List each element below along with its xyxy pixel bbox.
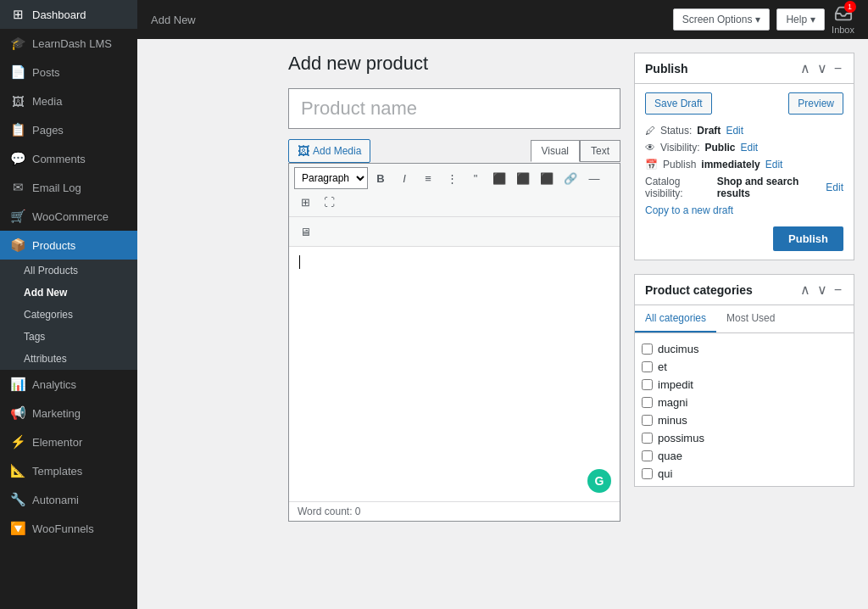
submenu-add-new[interactable]: Add New: [0, 282, 137, 304]
sidebar-item-posts[interactable]: 📄 Posts: [0, 58, 137, 87]
sidebar-item-label: WooCommerce: [32, 210, 108, 223]
sidebar-item-dashboard[interactable]: ⊞ Dashboard: [0, 0, 137, 29]
sidebar-item-products[interactable]: 📦 Products: [0, 231, 137, 260]
view-tabs: Visual Text: [531, 140, 620, 162]
publish-panel-collapse-button[interactable]: −: [832, 60, 843, 76]
status-edit-link[interactable]: Edit: [726, 125, 743, 137]
category-checkbox-qui[interactable]: [642, 468, 653, 479]
align-center-button[interactable]: ⬛: [512, 167, 534, 189]
ordered-list-button[interactable]: ⋮: [441, 167, 463, 189]
inbox-label: Inbox: [832, 25, 854, 35]
sidebar-item-comments[interactable]: 💬 Comments: [0, 144, 137, 173]
publish-time-edit-link[interactable]: Edit: [765, 159, 783, 170]
publish-panel-up-button[interactable]: ∧: [798, 60, 812, 76]
right-panel: Publish ∧ ∨ − Save Draft Preview 🖊 Statu…: [634, 53, 854, 500]
inbox-button[interactable]: 1 Inbox: [832, 4, 854, 35]
link-button[interactable]: 🔗: [559, 167, 581, 189]
submenu-label: Tags: [24, 331, 45, 343]
media-icon: 🖼: [10, 93, 25, 109]
preview-button[interactable]: Preview: [788, 92, 843, 115]
submenu-tags[interactable]: Tags: [0, 326, 137, 348]
visibility-info: 👁 Visibility: Public Edit: [645, 142, 843, 154]
visibility-edit-link[interactable]: Edit: [740, 142, 758, 154]
publish-clearfix: Publish: [645, 226, 843, 251]
category-checkbox-ducimus[interactable]: [642, 344, 653, 355]
sidebar-item-learndash[interactable]: 🎓 LearnDash LMS: [0, 29, 137, 58]
save-draft-button[interactable]: Save Draft: [645, 92, 712, 115]
categories-list: ducimus et impedit magni minus: [635, 333, 854, 486]
topbar: Add New Screen Options ▾ Help ▾ 1 Inbox: [137, 0, 868, 39]
learndash-icon: 🎓: [10, 36, 25, 51]
publish-panel-body: Save Draft Preview 🖊 Status: Draft Edit …: [635, 84, 854, 260]
sidebar-item-autonami[interactable]: 🔧 Autonami: [0, 485, 137, 514]
list-item: magni: [642, 394, 847, 411]
sidebar-item-woofunnels[interactable]: 🔽 WooFunnels: [0, 514, 137, 543]
analytics-icon: 📊: [10, 377, 25, 392]
sidebar-item-label: Analytics: [32, 378, 76, 391]
tab-most-used[interactable]: Most Used: [716, 305, 785, 332]
category-checkbox-et[interactable]: [642, 361, 653, 372]
tab-text[interactable]: Text: [580, 140, 620, 162]
align-left-button[interactable]: ⬛: [488, 167, 510, 189]
word-count-bar: Word count: 0: [289, 501, 620, 521]
editor-body[interactable]: G: [289, 247, 620, 501]
category-checkbox-minus[interactable]: [642, 415, 653, 426]
add-media-icon: 🖼: [298, 144, 309, 158]
list-item: ducimus: [642, 340, 847, 358]
sidebar-item-media[interactable]: 🖼 Media: [0, 87, 137, 115]
sidebar-item-label: Media: [32, 95, 62, 108]
sidebar-item-analytics[interactable]: 📊 Analytics: [0, 370, 137, 399]
topbar-title: Add New: [151, 14, 196, 26]
help-chevron-icon: ▾: [810, 14, 815, 25]
sidebar-item-marketing[interactable]: 📢 Marketing: [0, 399, 137, 427]
submenu-all-products[interactable]: All Products: [0, 260, 137, 282]
grammarly-button[interactable]: G: [587, 469, 611, 493]
woocommerce-icon: 🛒: [10, 209, 25, 224]
list-item: impedit: [642, 376, 847, 394]
categories-panel-up-button[interactable]: ∧: [798, 282, 812, 298]
tab-all-categories[interactable]: All categories: [635, 305, 716, 332]
bold-button[interactable]: B: [370, 167, 392, 189]
sidebar-item-woocommerce[interactable]: 🛒 WooCommerce: [0, 202, 137, 231]
category-checkbox-possimus[interactable]: [642, 433, 653, 444]
sidebar-item-elementor[interactable]: ⚡ Elementor: [0, 427, 137, 456]
copy-draft-link[interactable]: Copy to a new draft: [645, 204, 843, 216]
category-checkbox-magni[interactable]: [642, 397, 653, 408]
catalog-visibility-info: Catalog visibility: Shop and search resu…: [645, 176, 843, 199]
monitor-button[interactable]: 🖥: [294, 221, 316, 243]
fullscreen-button[interactable]: ⛶: [318, 191, 340, 213]
categories-panel-down-button[interactable]: ∨: [815, 282, 829, 298]
submenu-attributes[interactable]: Attributes: [0, 348, 137, 370]
catalog-edit-link[interactable]: Edit: [826, 182, 843, 193]
blockquote-button[interactable]: ": [465, 167, 487, 189]
help-button[interactable]: Help ▾: [776, 8, 825, 31]
publish-panel: Publish ∧ ∨ − Save Draft Preview 🖊 Statu…: [634, 53, 854, 260]
comments-icon: 💬: [10, 151, 25, 166]
italic-button[interactable]: I: [393, 167, 415, 189]
posts-icon: 📄: [10, 64, 25, 80]
sidebar-item-templates[interactable]: 📐 Templates: [0, 456, 137, 485]
sidebar-item-pages[interactable]: 📋 Pages: [0, 115, 137, 144]
add-media-button[interactable]: 🖼 Add Media: [288, 139, 370, 163]
sidebar-item-label: Email Log: [32, 182, 81, 194]
paragraph-select[interactable]: Paragraph: [294, 167, 368, 189]
screen-options-button[interactable]: Screen Options ▾: [673, 8, 771, 31]
help-label: Help: [786, 14, 807, 25]
product-name-input[interactable]: [288, 88, 620, 129]
categories-panel-collapse-button[interactable]: −: [832, 282, 843, 298]
sidebar-item-email-log[interactable]: ✉ Email Log: [0, 173, 137, 202]
align-right-button[interactable]: ⬛: [536, 167, 558, 189]
submenu-categories[interactable]: Categories: [0, 304, 137, 326]
table-button[interactable]: ⊞: [294, 191, 316, 213]
unordered-list-button[interactable]: ≡: [417, 167, 439, 189]
read-more-button[interactable]: —: [583, 167, 605, 189]
email-icon: ✉: [10, 180, 25, 195]
tab-visual[interactable]: Visual: [531, 140, 580, 162]
autonami-icon: 🔧: [10, 492, 25, 507]
publish-button[interactable]: Publish: [773, 226, 843, 251]
submenu-label: Categories: [24, 309, 73, 321]
add-media-label: Add Media: [313, 145, 361, 157]
category-checkbox-impedit[interactable]: [642, 379, 653, 390]
category-checkbox-quae[interactable]: [642, 450, 653, 461]
publish-panel-down-button[interactable]: ∨: [815, 60, 829, 76]
